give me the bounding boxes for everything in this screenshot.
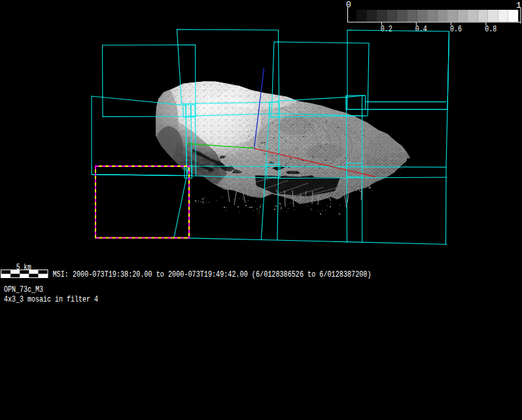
svg-text:1: 1 bbox=[516, 1, 521, 10]
svg-text:4x3_3 mosaic in filter 4: 4x3_3 mosaic in filter 4 bbox=[4, 294, 98, 304]
svg-text:0.4: 0.4 bbox=[415, 24, 427, 34]
svg-text:MSI: 2000-073T19:38:20.00 to: MSI: 2000-073T19:38:20.00 to 2000-073T19… bbox=[53, 270, 372, 279]
svg-text:0: 0 bbox=[346, 0, 351, 10]
svg-text:0.2: 0.2 bbox=[381, 24, 392, 34]
svg-text:OPN_73c_M3: OPN_73c_M3 bbox=[4, 285, 43, 294]
svg-text:0.6: 0.6 bbox=[450, 24, 462, 34]
svg-text:0.8: 0.8 bbox=[485, 24, 496, 34]
